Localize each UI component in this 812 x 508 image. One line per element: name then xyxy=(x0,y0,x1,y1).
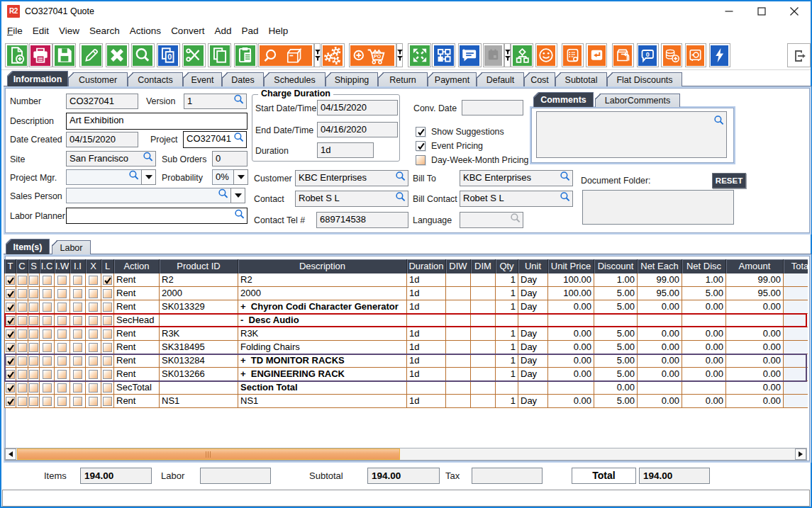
cell-discount[interactable] xyxy=(594,314,638,327)
cell-action[interactable]: Rent xyxy=(114,368,160,381)
exit-button[interactable] xyxy=(787,43,811,67)
toolbar-dropdown-split[interactable] xyxy=(314,43,321,67)
cell-dim[interactable] xyxy=(471,368,496,381)
cell-diw[interactable] xyxy=(446,300,471,314)
row-check-ic[interactable] xyxy=(40,368,55,381)
row-check-iw[interactable] xyxy=(55,395,70,408)
cell-net-disc[interactable] xyxy=(682,314,726,327)
tab-subtotal[interactable]: Subtotal xyxy=(555,72,607,86)
row-check-t[interactable] xyxy=(5,395,16,408)
cell-net-each[interactable]: 99.00 xyxy=(638,273,682,287)
cell-amount[interactable]: 0.00 xyxy=(726,395,784,408)
column-header-description[interactable]: Description xyxy=(238,259,407,273)
tab-shipping[interactable]: Shipping xyxy=(326,72,378,86)
cell-total[interactable] xyxy=(784,381,808,395)
row-check-c[interactable] xyxy=(16,314,28,327)
coins-add-button[interactable] xyxy=(661,43,682,67)
conv-date-field[interactable] xyxy=(462,100,523,115)
cell-total[interactable] xyxy=(784,287,808,300)
row-check-t[interactable] xyxy=(5,327,16,341)
calendar-button[interactable] xyxy=(483,43,504,67)
row-check-t[interactable] xyxy=(5,354,16,368)
row-check-t[interactable] xyxy=(5,300,16,314)
new-document-button[interactable] xyxy=(5,43,28,67)
row-check-l[interactable] xyxy=(101,368,114,381)
row-check-iw[interactable] xyxy=(55,314,70,327)
cell-amount[interactable]: 95.00 xyxy=(726,287,784,300)
row-check-s[interactable] xyxy=(28,314,40,327)
table-row-7[interactable]: RentSK013284+ TD MONITOR RACKS1d1Day0.00… xyxy=(4,354,808,368)
tab-dates[interactable]: Dates xyxy=(222,72,264,86)
cell-action[interactable]: Rent xyxy=(114,354,160,368)
row-check-s[interactable] xyxy=(28,368,40,381)
cell-product-id[interactable]: SK318495 xyxy=(160,341,238,354)
column-header-unit[interactable]: Unit xyxy=(518,259,548,273)
cell-duration[interactable]: 1d xyxy=(407,368,446,381)
row-check-s[interactable] xyxy=(28,341,40,354)
row-check-s[interactable] xyxy=(28,354,40,368)
cell-diw[interactable] xyxy=(446,287,471,300)
contact-tel-field[interactable]: 689714538 xyxy=(316,212,408,228)
row-check-x[interactable] xyxy=(86,381,101,395)
toolbar-dropdown-split[interactable] xyxy=(396,43,403,67)
row-check-x[interactable] xyxy=(86,354,101,368)
cell-net-disc[interactable]: 0.00 xyxy=(682,327,726,341)
cell-unit-price[interactable] xyxy=(548,314,594,327)
row-check-c[interactable] xyxy=(16,354,28,368)
cell-net-each[interactable]: 0.00 xyxy=(638,300,682,314)
column-header-x[interactable]: X xyxy=(86,259,101,273)
cell-product-id[interactable]: SK013329 xyxy=(160,300,238,314)
cell-unit[interactable]: Day xyxy=(518,327,548,341)
project-mgr-field[interactable] xyxy=(66,169,142,185)
row-check-ic[interactable] xyxy=(40,354,55,368)
cell-net-each[interactable]: 0.00 xyxy=(638,354,682,368)
row-check-x[interactable] xyxy=(86,341,101,354)
cell-diw[interactable] xyxy=(446,341,471,354)
row-check-l[interactable] xyxy=(101,300,114,314)
cell-dim[interactable] xyxy=(471,381,496,395)
cell-qty[interactable]: 1 xyxy=(496,354,518,368)
sales-person-field[interactable] xyxy=(66,188,231,203)
cell-product-id[interactable] xyxy=(160,381,238,395)
expand-button[interactable] xyxy=(408,43,431,67)
site-field[interactable]: San Francisco xyxy=(66,151,156,166)
language-field[interactable] xyxy=(460,212,523,228)
row-check-c[interactable] xyxy=(16,341,28,354)
cell-qty[interactable]: 1 xyxy=(496,273,518,287)
column-header-product-id[interactable]: Product ID xyxy=(160,259,238,273)
cell-amount[interactable]: 0.00 xyxy=(726,300,784,314)
cell-unit[interactable]: Day xyxy=(518,354,548,368)
row-check-t[interactable] xyxy=(5,273,16,287)
cell-diw[interactable] xyxy=(446,395,471,408)
comment-button[interactable] xyxy=(458,43,482,67)
column-header-net-each[interactable]: Net Each xyxy=(638,259,682,273)
cell-discount[interactable]: 5.00 xyxy=(594,287,638,300)
cell-dim[interactable] xyxy=(471,273,496,287)
table-row-9[interactable]: SecTotalSection Total0.000.00 xyxy=(4,381,808,395)
customer-field[interactable]: KBC Enterprises xyxy=(295,170,408,186)
cell-net-disc[interactable] xyxy=(682,381,726,395)
cell-net-each[interactable]: 0.00 xyxy=(638,368,682,381)
cell-action[interactable]: Rent xyxy=(114,395,160,408)
cell-action[interactable]: Rent xyxy=(114,341,160,354)
cell-action[interactable]: SecHead xyxy=(114,314,160,327)
row-check-ic[interactable] xyxy=(40,287,55,300)
cell-duration[interactable]: 1d xyxy=(407,287,446,300)
save-button[interactable] xyxy=(52,43,76,67)
bill-to-field[interactable]: KBC Enterprises xyxy=(460,170,573,186)
row-check-c[interactable] xyxy=(16,395,28,408)
cell-description[interactable]: 2000 xyxy=(238,287,407,300)
column-header-unit-price[interactable]: Unit Price xyxy=(548,259,594,273)
project-field[interactable]: CO327041 xyxy=(183,131,247,148)
column-header-t[interactable]: T xyxy=(5,259,16,273)
cell-diw[interactable] xyxy=(446,314,471,327)
cell-description[interactable]: NS1 xyxy=(238,395,407,408)
row-check-ii[interactable] xyxy=(70,381,86,395)
hierarchy-button[interactable] xyxy=(511,43,533,67)
row-check-l[interactable] xyxy=(101,341,114,354)
column-header-total[interactable]: Total xyxy=(784,259,808,273)
delete-button[interactable] xyxy=(106,43,129,67)
cell-action[interactable]: Rent xyxy=(114,300,160,314)
row-check-s[interactable] xyxy=(28,273,40,287)
row-check-iw[interactable] xyxy=(55,381,70,395)
